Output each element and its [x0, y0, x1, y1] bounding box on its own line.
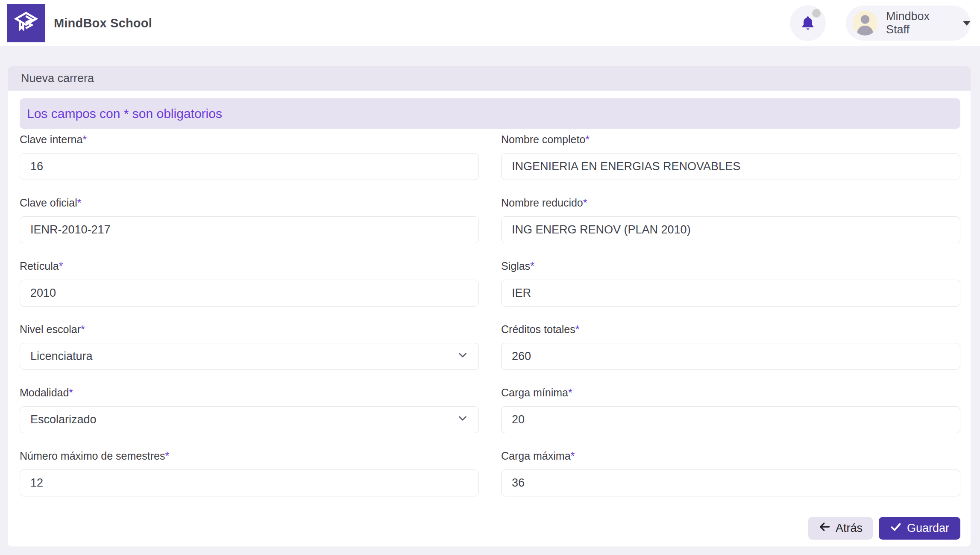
chevron-down-icon [457, 349, 468, 363]
field-label: Clave oficial* [20, 196, 479, 209]
field-numero-maximo-semestres: Número máximo de semestres* [20, 449, 479, 496]
notification-badge [812, 9, 821, 18]
numero-maximo-semestres-input[interactable] [20, 469, 479, 496]
field-carga-minima: Carga mínima* [501, 386, 960, 433]
field-nivel-escolar: Nivel escolar* Licenciatura [20, 323, 479, 370]
field-modalidad: Modalidad* Escolarizado [20, 386, 479, 433]
siglas-input[interactable] [501, 280, 960, 307]
card-body: Los campos con * son obligatorios Clave … [8, 98, 971, 546]
field-label: Número máximo de semestres* [20, 449, 479, 462]
nivel-escolar-select[interactable]: Licenciatura [20, 343, 479, 370]
selected-value: Escolarizado [30, 413, 97, 426]
clave-interna-input[interactable] [20, 153, 479, 180]
field-label: Clave interna* [20, 133, 479, 146]
back-button[interactable]: Atrás [808, 517, 873, 540]
top-header-bar: MindBox School Mindbox Staff [0, 0, 980, 46]
app-logo [7, 4, 45, 42]
label-text: Nivel escolar [20, 323, 81, 335]
field-clave-oficial: Clave oficial* [20, 196, 479, 243]
required-asterisk: * [575, 323, 580, 335]
field-carga-maxima: Carga máxima* [501, 449, 960, 496]
app-title: MindBox School [54, 0, 152, 46]
form-column-right: Nombre completo* Nombre reducido* Siglas… [501, 133, 960, 513]
save-button-label: Guardar [907, 522, 949, 535]
new-career-card: Nueva carrera Los campos con * son oblig… [8, 66, 971, 546]
graduation-cap-icon [12, 8, 40, 38]
label-text: Nombre reducido [501, 197, 583, 209]
modalidad-select[interactable]: Escolarizado [20, 406, 479, 433]
required-asterisk: * [165, 450, 169, 462]
form-actions: Atrás Guardar [20, 517, 960, 540]
field-clave-interna: Clave interna* [20, 133, 479, 180]
required-fields-alert: Los campos con * son obligatorios [20, 98, 960, 129]
required-asterisk: * [82, 133, 87, 145]
field-siglas: Siglas* [501, 260, 960, 307]
user-menu-button[interactable]: Mindbox Staff [846, 6, 971, 41]
label-text: Clave oficial [20, 197, 77, 209]
back-button-label: Atrás [836, 522, 863, 535]
label-text: Créditos totales [501, 323, 575, 335]
label-text: Carga mínima [501, 387, 568, 399]
required-asterisk: * [585, 133, 590, 145]
check-icon [890, 521, 902, 536]
carga-maxima-input[interactable] [501, 469, 960, 496]
card-title: Nueva carrera [8, 66, 971, 91]
field-nombre-completo: Nombre completo* [501, 133, 960, 180]
required-asterisk: * [583, 197, 587, 209]
label-text: Modalidad [20, 387, 69, 399]
label-text: Clave interna [20, 133, 82, 145]
field-nombre-reducido: Nombre reducido* [501, 196, 960, 243]
clave-oficial-input[interactable] [20, 216, 479, 243]
caret-down-icon [963, 21, 971, 26]
label-text: Carga máxima [501, 450, 571, 462]
carga-minima-input[interactable] [501, 406, 960, 433]
field-label: Nombre completo* [501, 133, 960, 146]
field-label: Nombre reducido* [501, 196, 960, 209]
selected-value: Licenciatura [30, 350, 93, 363]
field-label: Modalidad* [20, 386, 479, 399]
person-avatar-icon [853, 11, 877, 35]
label-text: Retícula [20, 260, 59, 272]
field-label: Retícula* [20, 260, 479, 272]
required-asterisk: * [530, 260, 534, 272]
required-asterisk: * [77, 197, 82, 209]
creditos-totales-input[interactable] [501, 343, 960, 370]
notifications-button[interactable] [790, 5, 826, 41]
save-button[interactable]: Guardar [879, 517, 960, 540]
nombre-reducido-input[interactable] [501, 216, 960, 243]
form-column-left: Clave interna* Clave oficial* Retícula* … [20, 133, 479, 513]
user-name-label: Mindbox Staff [886, 10, 955, 36]
field-label: Carga máxima* [501, 449, 960, 462]
field-label: Carga mínima* [501, 386, 960, 399]
field-label: Siglas* [501, 260, 960, 272]
required-asterisk: * [81, 323, 85, 335]
chevron-down-icon [457, 413, 468, 427]
required-asterisk: * [69, 387, 73, 399]
label-text: Siglas [501, 260, 530, 272]
field-reticula: Retícula* [20, 260, 479, 307]
required-asterisk: * [568, 387, 572, 399]
label-text: Nombre completo [501, 133, 585, 145]
required-asterisk: * [571, 450, 575, 462]
reticula-input[interactable] [20, 280, 479, 307]
field-label: Nivel escolar* [20, 323, 479, 336]
required-asterisk: * [59, 260, 63, 272]
label-text: Número máximo de semestres [20, 450, 165, 462]
career-form: Clave interna* Clave oficial* Retícula* … [20, 133, 960, 513]
arrow-left-icon [819, 521, 830, 536]
field-creditos-totales: Créditos totales* [501, 323, 960, 370]
field-label: Créditos totales* [501, 323, 960, 336]
nombre-completo-input[interactable] [501, 153, 960, 180]
